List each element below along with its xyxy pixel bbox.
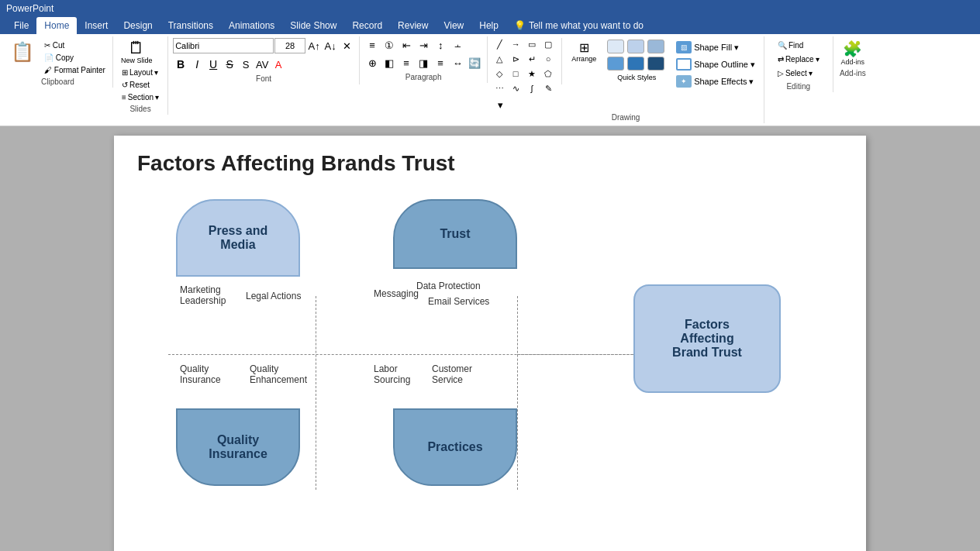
tab-review[interactable]: Review [390, 17, 436, 34]
paste-button[interactable]: 📋 [6, 38, 39, 66]
shape-line[interactable]: ╱ [492, 38, 506, 50]
section-icon: ≡ [122, 93, 126, 102]
shape-oval[interactable]: ○ [541, 53, 555, 65]
practices-shape[interactable]: Practices [393, 408, 517, 486]
shape-outline-button[interactable]: Shape Outline ▾ [672, 57, 759, 72]
marketing-leadership-label: Marketing Leadership [180, 284, 226, 306]
align-right-button[interactable]: ◨ [416, 56, 431, 70]
shape-triangle[interactable]: △ [492, 53, 506, 65]
legal-actions-label: Legal Actions [246, 291, 301, 301]
text-direction-button[interactable]: ↔ [450, 56, 465, 70]
tab-insert[interactable]: Insert [77, 17, 116, 34]
tab-record[interactable]: Record [344, 17, 390, 34]
justify-button[interactable]: ≡ [433, 56, 448, 70]
shadow-button[interactable]: S [238, 57, 254, 71]
font-group: A↑ A↓ ✕ B I U S S AV A Font [168, 36, 360, 84]
shape-flowchart[interactable]: ⬠ [541, 67, 555, 80]
clipboard-group: 📋 ✂ Cut 📄 Copy 🖌 Format Painter Clipboar… [3, 36, 113, 88]
tab-home[interactable]: Home [36, 17, 77, 34]
messaging-label: Messaging [374, 288, 419, 299]
numbering-button[interactable]: ① [381, 38, 397, 52]
format-painter-button[interactable]: 🖌 Format Painter [40, 64, 109, 76]
layout-icon: ⊞ [122, 68, 128, 77]
slide-title: Factors Affecting Brands Trust [137, 151, 843, 176]
factors-shape[interactable]: Factors Affecting Brand Trust [633, 284, 781, 393]
arrange-button[interactable]: ⊞ Arrange [567, 38, 601, 65]
shape-diamond[interactable]: ◇ [492, 67, 506, 80]
copy-button[interactable]: 📄 Copy [40, 52, 109, 64]
align-center-button[interactable]: ≡ [399, 56, 414, 70]
italic-button[interactable]: I [189, 57, 205, 71]
shape-freeform[interactable]: ∫ [525, 82, 539, 95]
align-left-button[interactable]: ◧ [381, 56, 397, 70]
shape-fill-button[interactable]: ▧ Shape Fill ▾ [672, 40, 759, 55]
decrease-indent-button[interactable]: ⇤ [399, 38, 414, 52]
underline-button[interactable]: U [205, 57, 221, 71]
paragraph-group: ≡ ① ⇤ ⇥ ↕ ⫠ ⊕ ◧ ≡ ◨ ≡ ↔ 🔄 Paragraph [360, 36, 488, 83]
quick-styles-button[interactable]: Quick Styles [604, 38, 669, 83]
tab-animations[interactable]: Animations [221, 17, 282, 34]
lightbulb-icon: 💡 [514, 20, 526, 31]
data-protection-label: Data Protection [416, 281, 481, 291]
reset-button[interactable]: ↺ Reset [118, 79, 154, 91]
shape-arrow[interactable]: → [509, 38, 523, 50]
shape-bent-arrow[interactable]: ↵ [525, 53, 539, 65]
shape-effects-button[interactable]: ✦ Shape Effects ▾ [672, 74, 759, 89]
quality-insurance-shape[interactable]: Quality Insurance [176, 408, 300, 486]
drawing-label: Drawing [612, 112, 640, 122]
tab-slideshow[interactable]: Slide Show [282, 17, 344, 34]
font-size-input[interactable] [274, 38, 305, 53]
dashed-v-line-left [316, 296, 316, 490]
tab-design[interactable]: Design [116, 17, 160, 34]
slide[interactable]: Factors Affecting Brands Trust Press and… [114, 136, 866, 551]
increase-font-button[interactable]: A↑ [306, 39, 322, 53]
shape-chevron[interactable]: ⊳ [509, 53, 523, 65]
new-slide-button[interactable]: 🗒 New Slide [118, 38, 156, 66]
char-spacing-button[interactable]: AV [254, 57, 270, 71]
drawing-group: ╱ → ▭ ▢ △ ⊳ ↵ ○ ◇ □ ★ ⬠ ⋯ ∿ ∫ ✎ [488, 36, 764, 123]
select-icon: ▷ [778, 69, 784, 77]
tab-tell-me[interactable]: 💡 Tell me what you want to do [506, 17, 651, 34]
increase-indent-button[interactable]: ⇥ [416, 38, 431, 52]
tab-view[interactable]: View [436, 17, 471, 34]
shape-curve[interactable]: ∿ [509, 82, 523, 95]
addins-button[interactable]: 🧩 Add-ins [838, 38, 868, 67]
layout-button[interactable]: ⊞ Layout ▾ [118, 67, 162, 78]
add-smartart-button[interactable]: ⊕ [364, 56, 380, 70]
trust-shape[interactable]: Trust [393, 199, 517, 269]
ribbon-tabs: File Home Insert Design Transitions Anim… [0, 17, 980, 34]
shape-rounded-rect[interactable]: ▢ [541, 38, 555, 50]
fill-icon: ▧ [676, 41, 692, 53]
shape-rect[interactable]: ▭ [525, 38, 539, 50]
diagram: Press and Media Trust Quality Insurance … [137, 191, 843, 532]
press-media-shape[interactable]: Press and Media [176, 199, 300, 277]
tab-help[interactable]: Help [471, 17, 506, 34]
tab-transitions[interactable]: Transitions [160, 17, 221, 34]
shape-scribble[interactable]: ✎ [541, 82, 555, 95]
decrease-font-button[interactable]: A↓ [323, 39, 338, 53]
strikethrough-button[interactable]: S [222, 57, 237, 71]
select-button[interactable]: ▷ Select ▾ [774, 67, 823, 79]
tab-file[interactable]: File [6, 17, 36, 34]
email-services-label: Email Services [428, 296, 489, 307]
shapes-dropdown-button[interactable]: ▾ [492, 98, 508, 112]
find-button[interactable]: 🔍 Find [774, 40, 823, 51]
editing-group: 🔍 Find ⇄ Replace ▾ ▷ Select ▾ Editing [764, 36, 833, 92]
line-spacing-button[interactable]: ↕ [433, 38, 448, 52]
clear-format-button[interactable]: ✕ [339, 39, 354, 53]
find-icon: 🔍 [778, 41, 787, 50]
labor-sourcing-label: Labor Sourcing [374, 363, 410, 385]
shape-star[interactable]: ★ [525, 67, 539, 80]
section-button[interactable]: ≡ Section ▾ [118, 91, 163, 103]
columns-button[interactable]: ⫠ [450, 38, 465, 52]
cut-button[interactable]: ✂ Cut [40, 40, 109, 51]
dashed-v-line-right [517, 296, 518, 490]
bold-button[interactable]: B [173, 57, 188, 71]
font-name-input[interactable] [173, 38, 274, 53]
convert-smartart-button[interactable]: 🔄 [467, 56, 482, 70]
replace-button[interactable]: ⇄ Replace ▾ [774, 53, 823, 65]
shape-callout[interactable]: □ [509, 67, 523, 80]
shape-more[interactable]: ⋯ [492, 82, 506, 95]
font-color-button[interactable]: A [271, 57, 286, 71]
bullets-button[interactable]: ≡ [364, 38, 380, 52]
